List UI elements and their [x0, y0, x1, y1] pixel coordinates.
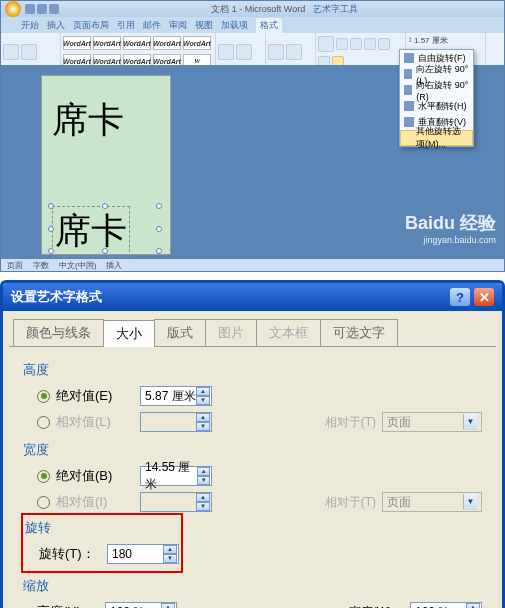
- dialog-tabs: 颜色与线条 大小 版式 图片 文本框 可选文字: [3, 311, 502, 346]
- chevron-up-icon[interactable]: ▲: [196, 387, 210, 396]
- selection-handle[interactable]: [48, 248, 54, 254]
- chevron-down-icon[interactable]: ▼: [197, 476, 210, 485]
- selection-handle[interactable]: [102, 203, 108, 209]
- position-button[interactable]: [318, 36, 334, 52]
- 3d-tilt[interactable]: [286, 44, 302, 60]
- shadow-button[interactable]: [218, 44, 234, 60]
- chevron-down-icon[interactable]: ▼: [196, 396, 210, 405]
- label-scale-h: 高度(H)：: [37, 603, 99, 608]
- combo-height-relto: 页面▼: [382, 412, 482, 432]
- section-scale: 缩放: [23, 577, 482, 595]
- chevron-up-icon[interactable]: ▲: [466, 603, 480, 608]
- input-scale-h[interactable]: 100 %▲▼: [105, 602, 177, 608]
- group-button[interactable]: [378, 38, 390, 50]
- shadow-nudge[interactable]: [236, 44, 252, 60]
- watermark-url: jingyan.baidu.com: [405, 235, 496, 245]
- chevron-up-icon[interactable]: ▲: [161, 603, 175, 608]
- rotate-right-icon: [404, 85, 412, 95]
- status-bar: 页面 字数 中文(中国) 插入: [1, 259, 504, 271]
- format-wordart-dialog: 设置艺术字格式 ? ✕ 颜色与线条 大小 版式 图片 文本框 可选文字 高度 绝…: [0, 280, 505, 608]
- wordart-preset[interactable]: WordArt: [93, 36, 121, 50]
- selection-handle[interactable]: [48, 226, 54, 232]
- selection-handle[interactable]: [156, 248, 162, 254]
- input-height-abs[interactable]: 5.87 厘米▲▼: [140, 386, 212, 406]
- tab-home[interactable]: 开始: [21, 19, 39, 32]
- wordart-preset[interactable]: WordArt: [183, 36, 211, 50]
- close-button[interactable]: ✕: [474, 288, 494, 306]
- tab-view[interactable]: 视图: [195, 19, 213, 32]
- selection-handle[interactable]: [156, 203, 162, 209]
- tab-insert[interactable]: 插入: [47, 19, 65, 32]
- tab-textbox: 文本框: [256, 319, 321, 346]
- wordart-preset[interactable]: WordArt: [63, 36, 91, 50]
- label-scale-w: 宽度(W)：: [349, 604, 404, 609]
- chevron-up-icon[interactable]: ▲: [197, 467, 210, 476]
- flip-v-icon: [404, 117, 414, 127]
- quick-access-toolbar: [25, 4, 59, 14]
- selection-handle[interactable]: [156, 226, 162, 232]
- wordart-preset[interactable]: WordArt: [123, 36, 151, 50]
- chevron-up-icon[interactable]: ▲: [163, 545, 177, 554]
- dialog-titlebar[interactable]: 设置艺术字格式 ? ✕: [3, 283, 502, 311]
- watermark-logo: Baidu 经验: [405, 211, 496, 235]
- selection-handle[interactable]: [102, 248, 108, 254]
- height-value[interactable]: 1.57 厘米: [414, 35, 448, 46]
- status-page[interactable]: 页面: [7, 260, 23, 271]
- radio-height-rel[interactable]: [37, 416, 50, 429]
- label-relto-t: 相对于(T): [325, 414, 376, 431]
- section-width: 宽度: [23, 441, 482, 459]
- menu-rotate-right[interactable]: 向右旋转 90°(R): [400, 82, 473, 98]
- page: 席卡 席卡: [41, 75, 171, 255]
- tab-alttext[interactable]: 可选文字: [320, 319, 398, 346]
- status-words[interactable]: 字数: [33, 260, 49, 271]
- dialog-title: 设置艺术字格式: [11, 288, 446, 306]
- chevron-down-icon[interactable]: ▼: [163, 554, 177, 563]
- help-button[interactable]: ?: [450, 288, 470, 306]
- tab-layout[interactable]: 页面布局: [73, 19, 109, 32]
- spacing-button[interactable]: [21, 44, 37, 60]
- selection-handle[interactable]: [48, 203, 54, 209]
- wordart-preset[interactable]: WordArt: [153, 36, 181, 50]
- titlebar: 文档 1 - Microsoft Word 艺术字工具: [1, 1, 504, 17]
- status-insert[interactable]: 插入: [106, 260, 122, 271]
- label-abs-b: 绝对值(B): [56, 467, 134, 485]
- input-width-rel: ▲▼: [140, 492, 212, 512]
- edit-text-button[interactable]: [3, 44, 19, 60]
- 3d-button[interactable]: [268, 44, 284, 60]
- send-back-button[interactable]: [364, 38, 376, 50]
- status-lang[interactable]: 中文(中国): [59, 260, 96, 271]
- bring-front-button[interactable]: [336, 38, 348, 50]
- chevron-down-icon: ▼: [463, 414, 477, 430]
- tab-size[interactable]: 大小: [103, 320, 155, 347]
- office-button[interactable]: [5, 1, 21, 17]
- radio-width-abs[interactable]: [37, 470, 50, 483]
- save-icon[interactable]: [25, 4, 35, 14]
- dialog-body: 高度 绝对值(E) 5.87 厘米▲▼ 相对值(L) ▲▼ 相对于(T) 页面▼…: [9, 346, 496, 608]
- menu-more-rotate[interactable]: 其他旋转选项(M)...: [400, 130, 473, 146]
- input-width-abs[interactable]: 14.55 厘米▲▼: [140, 466, 212, 486]
- tab-layout[interactable]: 版式: [154, 319, 206, 346]
- tab-review[interactable]: 审阅: [169, 19, 187, 32]
- tab-mailings[interactable]: 邮件: [143, 19, 161, 32]
- tab-format[interactable]: 格式: [256, 18, 282, 33]
- combo-width-relto: 页面▼: [382, 492, 482, 512]
- wordart-text-2-selected[interactable]: 席卡: [52, 206, 130, 257]
- radio-width-rel[interactable]: [37, 496, 50, 509]
- menu-flip-h[interactable]: 水平翻转(H): [400, 98, 473, 114]
- section-rotate: 旋转: [25, 519, 179, 537]
- tab-references[interactable]: 引用: [117, 19, 135, 32]
- tab-color-lines[interactable]: 颜色与线条: [13, 319, 104, 346]
- section-height: 高度: [23, 361, 482, 379]
- undo-icon[interactable]: [37, 4, 47, 14]
- label-rel-l: 相对值(L): [56, 413, 134, 431]
- label-abs-e: 绝对值(E): [56, 387, 134, 405]
- rotate-free-icon: [404, 53, 414, 63]
- input-rotate[interactable]: 180▲▼: [107, 544, 179, 564]
- input-scale-w[interactable]: 100 %▲▼: [410, 602, 482, 608]
- radio-height-abs[interactable]: [37, 390, 50, 403]
- align-button[interactable]: [350, 38, 362, 50]
- redo-icon[interactable]: [49, 4, 59, 14]
- tab-addins[interactable]: 加载项: [221, 19, 248, 32]
- window-title: 文档 1 - Microsoft Word 艺术字工具: [69, 3, 500, 16]
- wordart-text-1[interactable]: 席卡: [52, 96, 124, 145]
